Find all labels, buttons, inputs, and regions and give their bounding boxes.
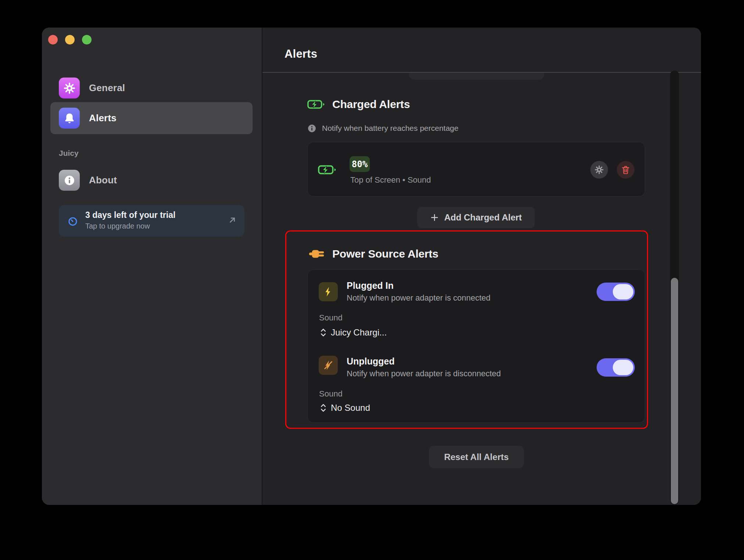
row-title: Unplugged (347, 356, 395, 367)
row-subtitle: Notify when power adapter is disconnecte… (347, 369, 501, 378)
scrolled-card-remnant (409, 73, 544, 80)
timer-icon (68, 216, 78, 226)
chevron-up-down-icon (320, 403, 326, 413)
sound-label: Sound (319, 389, 343, 399)
charged-alerts-heading: Charged Alerts (307, 97, 410, 112)
sidebar-item-general[interactable]: General (50, 72, 253, 104)
info-text: Notify when battery reaches percentage (322, 124, 458, 133)
section-title: Charged Alerts (332, 98, 410, 111)
row-subtitle: Notify when power adapter is connected (347, 293, 490, 303)
sidebar: General Alerts Juicy About (42, 28, 262, 505)
trial-subtitle: Tap to upgrade now (85, 222, 150, 230)
main-pane: Alerts Charged Alerts Notify when batter… (262, 28, 701, 505)
add-charged-alert-button[interactable]: Add Charged Alert (417, 207, 535, 228)
toggle-knob (613, 360, 633, 375)
unplugged-toggle[interactable] (597, 358, 635, 377)
sidebar-item-label: General (89, 72, 125, 104)
bell-icon (59, 108, 80, 129)
sidebar-item-label: Alerts (89, 102, 117, 134)
percent-badge: 80% (350, 156, 370, 172)
battery-charging-icon (318, 164, 337, 175)
power-source-heading: Power Source Alerts (309, 247, 439, 261)
arrow-up-right-icon (228, 216, 236, 224)
page-title: Alerts (285, 47, 317, 61)
section-title: Power Source Alerts (332, 248, 439, 260)
scrollbar[interactable] (670, 71, 679, 505)
trash-icon (621, 165, 630, 175)
power-source-card: Plugged In Notify when power adapter is … (307, 269, 645, 423)
chevron-up-down-icon (320, 328, 326, 337)
sidebar-item-alerts[interactable]: Alerts (50, 102, 253, 134)
power-plug-icon (309, 247, 326, 261)
plugged-in-toggle[interactable] (597, 283, 635, 301)
plugged-in-sound-select[interactable]: Juicy Chargi... (320, 327, 387, 338)
gear-icon (594, 165, 604, 175)
edit-alert-button[interactable] (590, 161, 608, 179)
app-window: General Alerts Juicy About (42, 28, 701, 505)
sidebar-section-label: Juicy (59, 149, 79, 158)
scrollbar-thumb[interactable] (671, 278, 678, 504)
trial-banner[interactable]: 3 days left of your trial Tap to upgrade… (59, 205, 244, 237)
row-title: Plugged In (347, 280, 394, 291)
bolt-icon (319, 282, 338, 301)
add-button-label: Add Charged Alert (444, 212, 522, 223)
minimize-button[interactable] (65, 35, 75, 44)
sidebar-item-about[interactable]: About (50, 164, 253, 196)
charged-alert-card: 80% Top of Screen • Sound (307, 142, 645, 197)
trial-title: 3 days left of your trial (85, 210, 175, 220)
info-icon (307, 124, 316, 133)
toggle-knob (613, 284, 633, 299)
reset-button-label: Reset All Alerts (444, 452, 509, 462)
reset-all-alerts-button[interactable]: Reset All Alerts (429, 446, 524, 468)
zoom-button[interactable] (82, 35, 92, 44)
sound-value: No Sound (331, 403, 370, 413)
sidebar-item-label: About (89, 164, 117, 196)
battery-charging-icon (307, 99, 326, 110)
alert-detail: Top of Screen • Sound (350, 175, 431, 185)
plus-icon (430, 213, 439, 222)
unplugged-sound-select[interactable]: No Sound (320, 402, 370, 414)
charged-info-row: Notify when battery reaches percentage (307, 123, 458, 133)
close-button[interactable] (48, 35, 58, 44)
sound-label: Sound (319, 313, 343, 323)
sound-value: Juicy Chargi... (331, 327, 387, 338)
info-circle-icon (59, 170, 80, 191)
gear-icon (59, 78, 80, 98)
bolt-slash-icon (319, 356, 338, 375)
delete-alert-button[interactable] (617, 161, 634, 179)
